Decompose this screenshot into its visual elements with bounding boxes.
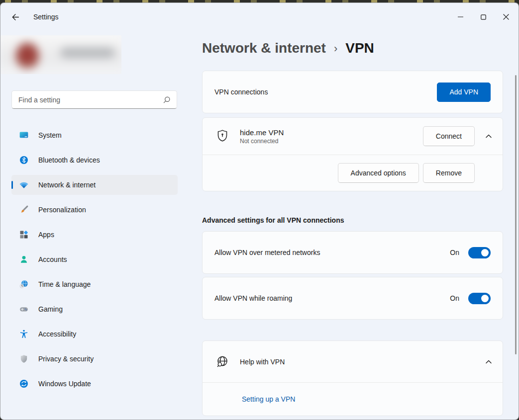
vpn-entry-card: hide.me VPN Not connected Connect Advanc… xyxy=(202,117,503,191)
personalization-icon xyxy=(19,205,29,215)
vpn-shield-icon xyxy=(215,128,230,144)
privacy-security-icon xyxy=(19,354,29,364)
breadcrumb: Network & internet › VPN xyxy=(202,38,503,59)
bluetooth-icon xyxy=(19,155,29,165)
metered-networks-label: Allow VPN over metered networks xyxy=(214,249,320,256)
vpn-connections-card: VPN connections Add VPN xyxy=(202,71,503,113)
connect-button[interactable]: Connect xyxy=(423,126,475,146)
sidebar-item-network-internet[interactable]: Network & internet xyxy=(11,175,178,195)
user-profile[interactable] xyxy=(0,35,121,74)
help-title: Help with VPN xyxy=(240,358,285,366)
search-box xyxy=(11,90,177,109)
roaming-card: Allow VPN while roaming On xyxy=(202,277,503,320)
chevron-up-icon xyxy=(486,134,492,138)
sidebar-item-label: Apps xyxy=(38,231,54,239)
blurred-profile-image xyxy=(0,35,121,74)
vpn-entry-actions-row: Advanced options Remove xyxy=(203,155,503,191)
sidebar-item-label: Privacy & security xyxy=(38,355,94,363)
sidebar-item-gaming[interactable]: Gaming xyxy=(11,299,178,319)
vpn-connections-label: VPN connections xyxy=(214,88,268,96)
sidebar-item-bluetooth-devices[interactable]: Bluetooth & devices xyxy=(11,150,178,170)
toggle-knob xyxy=(481,249,489,256)
sidebar-item-apps[interactable]: Apps xyxy=(11,225,178,245)
windows-update-icon xyxy=(19,379,29,389)
roaming-label: Allow VPN while roaming xyxy=(214,294,292,302)
chevron-up-icon xyxy=(486,360,492,364)
sidebar-item-time-language[interactable]: Time & language xyxy=(11,274,178,294)
sidebar-item-label: System xyxy=(38,131,62,139)
metered-networks-card: Allow VPN over metered networks On xyxy=(202,231,503,274)
toggle-knob xyxy=(481,295,489,302)
advanced-options-button[interactable]: Advanced options xyxy=(338,163,419,183)
network-icon xyxy=(19,180,29,190)
sidebar-item-personalization[interactable]: Personalization xyxy=(11,200,178,220)
vpn-status: Not connected xyxy=(240,138,284,145)
back-button[interactable] xyxy=(5,8,24,25)
sidebar-item-system[interactable]: System xyxy=(11,125,178,145)
vpn-entry-collapse-chevron[interactable] xyxy=(475,134,503,138)
toggle-state-label: On xyxy=(450,294,459,302)
window-title: Settings xyxy=(33,13,59,21)
metered-networks-toggle[interactable] xyxy=(468,247,491,258)
sidebar-item-label: Windows Update xyxy=(38,380,91,388)
search-icon xyxy=(163,96,171,104)
blurred-username xyxy=(60,47,115,58)
sidebar-item-windows-update[interactable]: Windows Update xyxy=(11,374,178,394)
help-card: Help with VPN Setting up a VPN xyxy=(202,340,503,416)
gaming-icon xyxy=(19,304,29,314)
vpn-name: hide.me VPN xyxy=(240,128,284,137)
accessibility-icon xyxy=(19,329,29,339)
add-vpn-button[interactable]: Add VPN xyxy=(437,83,491,102)
sidebar: System Bluetooth & devices Network & int… xyxy=(0,31,190,420)
sidebar-item-label: Accessibility xyxy=(38,330,76,338)
titlebar: Settings xyxy=(0,3,519,31)
roaming-toggle[interactable] xyxy=(468,293,491,304)
page-title: VPN xyxy=(345,40,374,56)
sidebar-item-label: Personalization xyxy=(38,206,86,214)
sidebar-item-accounts[interactable]: Accounts xyxy=(11,250,178,269)
setting-up-vpn-link[interactable]: Setting up a VPN xyxy=(242,395,295,403)
system-icon xyxy=(19,130,29,140)
sidebar-item-label: Network & internet xyxy=(38,181,96,189)
toggle-state-label: On xyxy=(450,249,459,256)
globe-search-icon xyxy=(215,355,229,369)
sidebar-item-label: Time & language xyxy=(38,280,91,288)
sidebar-item-label: Bluetooth & devices xyxy=(38,156,100,164)
vpn-entry-header-row: hide.me VPN Not connected Connect xyxy=(203,118,503,155)
help-collapse-chevron[interactable] xyxy=(475,360,503,364)
time-language-icon xyxy=(19,279,29,289)
minimize-icon xyxy=(458,16,463,17)
breadcrumb-separator-icon: › xyxy=(334,42,337,55)
breadcrumb-parent[interactable]: Network & internet xyxy=(202,40,326,56)
minimize-button[interactable] xyxy=(449,8,472,26)
back-arrow-icon xyxy=(11,13,19,21)
accounts-icon xyxy=(19,254,29,264)
sidebar-item-privacy-security[interactable]: Privacy & security xyxy=(11,349,178,369)
advanced-settings-section-title: Advanced settings for all VPN connection… xyxy=(202,215,503,225)
close-button[interactable] xyxy=(495,8,518,26)
apps-icon xyxy=(19,230,29,240)
help-header-row: Help with VPN xyxy=(203,341,503,382)
maximize-icon xyxy=(481,14,486,20)
maximize-button[interactable] xyxy=(472,8,495,26)
sidebar-nav: System Bluetooth & devices Network & int… xyxy=(11,125,178,394)
remove-button[interactable]: Remove xyxy=(423,163,475,183)
sidebar-item-accessibility[interactable]: Accessibility xyxy=(11,324,178,344)
sidebar-item-label: Accounts xyxy=(38,255,67,263)
settings-window: Settings xyxy=(0,2,519,420)
search-input[interactable] xyxy=(18,96,163,104)
main-content: Network & internet › VPN VPN connections… xyxy=(190,31,519,420)
avatar xyxy=(15,42,39,70)
close-icon xyxy=(503,14,509,20)
sidebar-item-label: Gaming xyxy=(38,305,63,313)
vertical-scrollbar[interactable] xyxy=(515,75,517,354)
